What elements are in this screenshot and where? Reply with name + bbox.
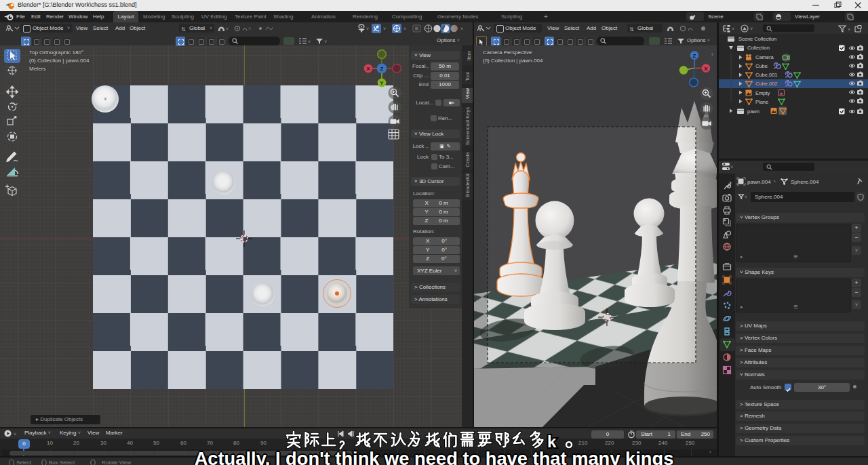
svg-text:Y: Y — [380, 80, 384, 86]
svg-text:˅: ˅ — [226, 26, 229, 31]
svg-text:X: X — [704, 66, 708, 72]
svg-text:˅: ˅ — [14, 432, 16, 437]
svg-text:˅: ˅ — [366, 26, 369, 31]
svg-text:˅: ˅ — [308, 39, 311, 44]
svg-text:Z: Z — [693, 53, 696, 59]
svg-text:˅: ˅ — [848, 27, 850, 32]
svg-text:˅: ˅ — [730, 165, 733, 169]
svg-text:˅: ˅ — [248, 26, 251, 31]
svg-text:˅: ˅ — [745, 195, 747, 199]
svg-text:˅: ˅ — [324, 39, 327, 44]
svg-text:˅: ˅ — [460, 26, 463, 31]
svg-text:Z: Z — [380, 66, 384, 72]
svg-text:˅: ˅ — [403, 26, 406, 31]
svg-text:˅: ˅ — [383, 26, 386, 31]
svg-text:˅: ˅ — [750, 26, 753, 31]
svg-text:˅: ˅ — [732, 26, 734, 31]
svg-text:‹: ‹ — [711, 51, 713, 58]
svg-text:X: X — [366, 66, 370, 72]
